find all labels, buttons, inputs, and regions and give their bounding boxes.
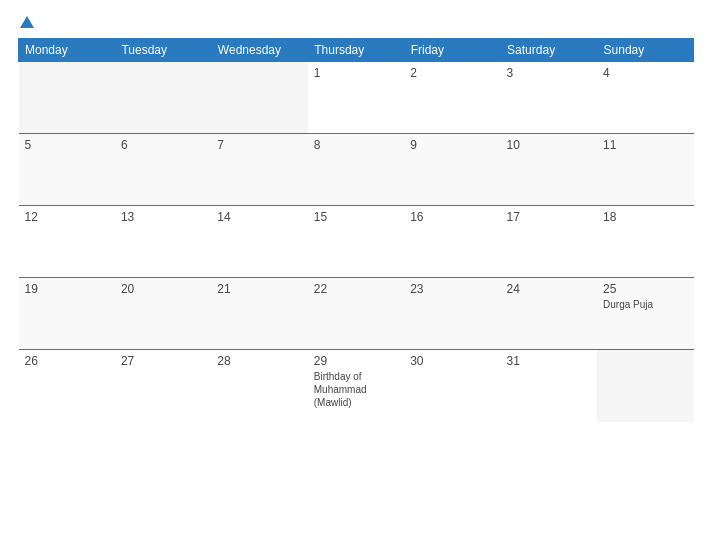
calendar-cell [211, 62, 307, 134]
calendar-cell: 4 [597, 62, 693, 134]
logo [18, 14, 34, 30]
calendar-cell: 8 [308, 134, 404, 206]
calendar-cell: 18 [597, 206, 693, 278]
calendar-cell: 29Birthday of Muhammad (Mawlid) [308, 350, 404, 422]
day-number: 23 [410, 282, 494, 296]
calendar-cell: 19 [19, 278, 115, 350]
day-number: 29 [314, 354, 398, 368]
day-number: 4 [603, 66, 687, 80]
day-number: 30 [410, 354, 494, 368]
day-number: 14 [217, 210, 301, 224]
day-number: 2 [410, 66, 494, 80]
calendar-header-row: MondayTuesdayWednesdayThursdayFridaySatu… [19, 39, 694, 62]
calendar-cell: 27 [115, 350, 211, 422]
calendar-cell [597, 350, 693, 422]
calendar-cell: 25Durga Puja [597, 278, 693, 350]
logo-triangle-icon [20, 16, 34, 28]
calendar-cell: 21 [211, 278, 307, 350]
calendar-cell: 26 [19, 350, 115, 422]
day-number: 16 [410, 210, 494, 224]
day-number: 15 [314, 210, 398, 224]
calendar-cell: 17 [501, 206, 597, 278]
calendar-cell: 5 [19, 134, 115, 206]
calendar-cell: 6 [115, 134, 211, 206]
day-event: Durga Puja [603, 299, 653, 310]
header [18, 14, 694, 30]
week-row-1: 1234 [19, 62, 694, 134]
calendar-cell: 31 [501, 350, 597, 422]
day-number: 31 [507, 354, 591, 368]
calendar-table: MondayTuesdayWednesdayThursdayFridaySatu… [18, 38, 694, 422]
day-number: 19 [25, 282, 109, 296]
calendar-cell [115, 62, 211, 134]
col-header-sunday: Sunday [597, 39, 693, 62]
week-row-5: 26272829Birthday of Muhammad (Mawlid)303… [19, 350, 694, 422]
day-number: 28 [217, 354, 301, 368]
day-number: 5 [25, 138, 109, 152]
calendar-cell: 2 [404, 62, 500, 134]
col-header-monday: Monday [19, 39, 115, 62]
calendar-cell: 10 [501, 134, 597, 206]
calendar-cell: 1 [308, 62, 404, 134]
col-header-tuesday: Tuesday [115, 39, 211, 62]
day-number: 18 [603, 210, 687, 224]
calendar-page: MondayTuesdayWednesdayThursdayFridaySatu… [0, 0, 712, 550]
col-header-thursday: Thursday [308, 39, 404, 62]
day-number: 24 [507, 282, 591, 296]
calendar-cell: 23 [404, 278, 500, 350]
day-number: 20 [121, 282, 205, 296]
day-number: 17 [507, 210, 591, 224]
calendar-cell [19, 62, 115, 134]
calendar-cell: 16 [404, 206, 500, 278]
calendar-cell: 22 [308, 278, 404, 350]
day-number: 8 [314, 138, 398, 152]
day-number: 9 [410, 138, 494, 152]
day-event: Birthday of Muhammad (Mawlid) [314, 371, 367, 408]
col-header-wednesday: Wednesday [211, 39, 307, 62]
calendar-cell: 12 [19, 206, 115, 278]
calendar-cell: 3 [501, 62, 597, 134]
day-number: 25 [603, 282, 687, 296]
calendar-cell: 24 [501, 278, 597, 350]
day-number: 7 [217, 138, 301, 152]
calendar-cell: 7 [211, 134, 307, 206]
day-number: 13 [121, 210, 205, 224]
day-number: 21 [217, 282, 301, 296]
week-row-4: 19202122232425Durga Puja [19, 278, 694, 350]
col-header-friday: Friday [404, 39, 500, 62]
calendar-cell: 14 [211, 206, 307, 278]
calendar-cell: 11 [597, 134, 693, 206]
day-number: 26 [25, 354, 109, 368]
week-row-3: 12131415161718 [19, 206, 694, 278]
day-number: 6 [121, 138, 205, 152]
calendar-cell: 15 [308, 206, 404, 278]
day-number: 1 [314, 66, 398, 80]
day-number: 10 [507, 138, 591, 152]
day-number: 22 [314, 282, 398, 296]
day-number: 27 [121, 354, 205, 368]
day-number: 3 [507, 66, 591, 80]
calendar-cell: 20 [115, 278, 211, 350]
calendar-cell: 30 [404, 350, 500, 422]
week-row-2: 567891011 [19, 134, 694, 206]
calendar-cell: 9 [404, 134, 500, 206]
calendar-cell: 28 [211, 350, 307, 422]
col-header-saturday: Saturday [501, 39, 597, 62]
calendar-cell: 13 [115, 206, 211, 278]
day-number: 12 [25, 210, 109, 224]
day-number: 11 [603, 138, 687, 152]
